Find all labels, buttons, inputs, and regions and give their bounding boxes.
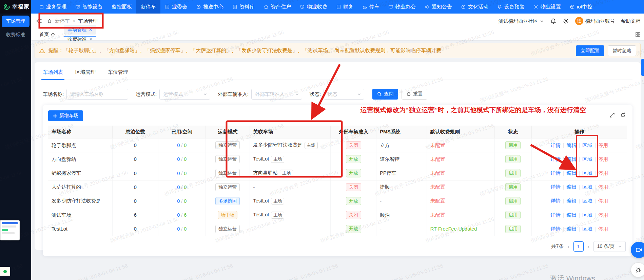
action-停用[interactable]: 停用 xyxy=(598,156,608,162)
tab-车场管理[interactable]: 车场管理✕ xyxy=(64,25,96,35)
refresh-icon[interactable] xyxy=(620,112,626,118)
pms-system: 立方 xyxy=(376,138,427,152)
screenshot-thumbnail[interactable] xyxy=(0,220,20,240)
operation-mode: 独立运营 xyxy=(206,152,250,166)
nav-item-推送中心[interactable]: 推送中心 xyxy=(192,0,228,14)
nav-item-停车[interactable]: 停车 xyxy=(358,0,384,14)
close-icon[interactable]: ✕ xyxy=(89,37,93,42)
nav-item-物业收费[interactable]: 物业收费 xyxy=(295,0,332,14)
column-header: 操作 xyxy=(531,126,627,138)
action-编辑[interactable]: 编辑 xyxy=(566,170,576,176)
action-编辑[interactable]: 编辑 xyxy=(566,143,576,148)
breadcrumb-section[interactable]: 新停车 xyxy=(55,18,70,24)
content-tab-车场列表[interactable]: 车场列表 xyxy=(43,69,63,76)
linked-lot: - xyxy=(250,222,331,236)
action-详情[interactable]: 详情 xyxy=(551,156,561,162)
action-区域[interactable]: 区域 xyxy=(582,170,592,176)
logo-icon xyxy=(3,3,11,10)
nav-item-业委会[interactable]: 业委会 xyxy=(160,0,192,14)
action-详情[interactable]: 详情 xyxy=(551,212,561,218)
nav-item-iot中控[interactable]: iot中控 xyxy=(565,0,597,14)
action-编辑[interactable]: 编辑 xyxy=(566,156,576,162)
action-详情[interactable]: 详情 xyxy=(551,198,561,203)
action-停用[interactable]: 停用 xyxy=(598,226,608,232)
status-label: 状态: xyxy=(310,91,321,98)
action-停用[interactable]: 停用 xyxy=(598,143,608,148)
page-size-select[interactable]: 10 条/页 xyxy=(593,241,626,252)
account-menu[interactable]: 德 德玛西亚账号 xyxy=(575,17,615,25)
action-区域[interactable]: 区域 xyxy=(582,198,592,203)
nav-item-物业办公[interactable]: 物业办公 xyxy=(384,0,420,14)
configure-now-button[interactable]: 立即配置 xyxy=(576,45,604,56)
close-icon[interactable]: ✕ xyxy=(89,27,93,32)
action-区域[interactable]: 区域 xyxy=(582,143,592,148)
content-tab-区域管理[interactable]: 区域管理 xyxy=(75,69,96,76)
add-lot-button[interactable]: 新增车场 xyxy=(48,110,83,121)
content-tab-车位管理[interactable]: 车位管理 xyxy=(108,69,128,76)
action-编辑[interactable]: 编辑 xyxy=(566,198,576,203)
action-停用[interactable]: 停用 xyxy=(598,212,608,218)
access-select[interactable]: 外部车辆准入 xyxy=(251,89,302,100)
warning-banner: 提醒：「轮子歇脚点」、「方向盘驿站」、「蚂蚁搬家停车」、「大萨达打算的」、「发多… xyxy=(35,43,641,58)
layout-grid-icon[interactable] xyxy=(635,32,641,37)
total-count: 共7条 xyxy=(551,243,564,250)
search-button[interactable]: 查询 xyxy=(372,89,398,100)
next-page-button[interactable]: › xyxy=(588,243,589,249)
nav-item-监控面板[interactable]: 监控面板 xyxy=(107,0,136,14)
fullscreen-icon[interactable] xyxy=(609,112,615,118)
action-区域[interactable]: 区域 xyxy=(582,226,592,232)
nav-item-文化活动[interactable]: 文化活动 xyxy=(456,0,493,14)
alarm-icon xyxy=(497,4,502,9)
gear-icon[interactable] xyxy=(563,18,569,24)
reset-button[interactable]: 重置 xyxy=(402,89,427,100)
app-logo[interactable]: 幸福家 xyxy=(0,0,31,14)
nav-item-设备预警[interactable]: 设备预警 xyxy=(493,0,529,14)
lot-name: 轮子歇脚点 xyxy=(48,138,112,152)
community-select[interactable]: 测试德玛西亚社区 xyxy=(499,18,544,24)
sidebar-item-车场管理[interactable]: 车场管理 xyxy=(2,16,30,27)
status-select[interactable]: 状态 xyxy=(324,89,364,100)
action-区域[interactable]: 区域 xyxy=(582,184,592,190)
action-区域[interactable]: 区域 xyxy=(582,212,592,218)
screenshot-thumbnail-small[interactable] xyxy=(0,267,10,276)
page-number[interactable]: 1 xyxy=(573,241,584,252)
action-编辑[interactable]: 编辑 xyxy=(566,226,576,232)
pagination: 共7条 ‹ 1 › 10 条/页 xyxy=(48,241,627,252)
sidebar-item-收费标准[interactable]: 收费标准 xyxy=(2,29,30,41)
action-停用[interactable]: 停用 xyxy=(598,198,608,203)
tab-收费标准[interactable]: 收费标准✕ xyxy=(64,35,96,44)
home-icon[interactable] xyxy=(47,18,52,24)
lot-name-input[interactable] xyxy=(66,89,128,100)
total-spaces: 0 xyxy=(112,152,158,166)
debug-button[interactable] xyxy=(631,262,644,277)
nav-item-智能设备[interactable]: 智能设备 xyxy=(71,0,107,14)
action-详情[interactable]: 详情 xyxy=(551,143,561,148)
action-编辑[interactable]: 编辑 xyxy=(566,212,576,218)
bell-icon[interactable] xyxy=(550,18,557,24)
action-停用[interactable]: 停用 xyxy=(598,170,608,176)
ignore-button[interactable]: 暂时忽略 xyxy=(608,45,636,56)
nav-item-资产住户[interactable]: 资产住户 xyxy=(259,0,295,14)
collapse-sidebar-icon[interactable] xyxy=(36,18,42,24)
help-docs-link[interactable]: 帮助文档 xyxy=(621,18,641,24)
action-编辑[interactable]: 编辑 xyxy=(566,184,576,190)
action-区域[interactable]: 区域 xyxy=(582,156,592,162)
content-tabs: 车场列表区域管理车位管理 xyxy=(43,69,632,80)
drawer-handle[interactable] xyxy=(641,59,644,76)
nav-item-新停车[interactable]: 新停车 xyxy=(136,0,160,14)
action-详情[interactable]: 详情 xyxy=(551,226,561,232)
operation-mode: 独立运营 xyxy=(206,180,250,194)
action-停用[interactable]: 停用 xyxy=(598,184,608,190)
pms-system: 道尔智控 xyxy=(376,152,427,166)
nav-item-物业设置[interactable]: 物业设置 xyxy=(529,0,565,14)
nav-item-财务[interactable]: 财务 xyxy=(332,0,358,14)
prev-page-button[interactable]: ‹ xyxy=(568,243,569,249)
nav-item-资料库[interactable]: 资料库 xyxy=(228,0,259,14)
account-name: 德玛西亚账号 xyxy=(585,18,615,24)
action-详情[interactable]: 详情 xyxy=(551,170,561,176)
action-详情[interactable]: 详情 xyxy=(551,184,561,190)
tab-home[interactable]: 首页 xyxy=(39,31,55,38)
nav-item-业务受理[interactable]: 业务受理 xyxy=(35,0,71,14)
nav-item-通知公告[interactable]: 通知公告 xyxy=(420,0,456,14)
mode-select[interactable]: 运营模式 xyxy=(159,89,210,100)
